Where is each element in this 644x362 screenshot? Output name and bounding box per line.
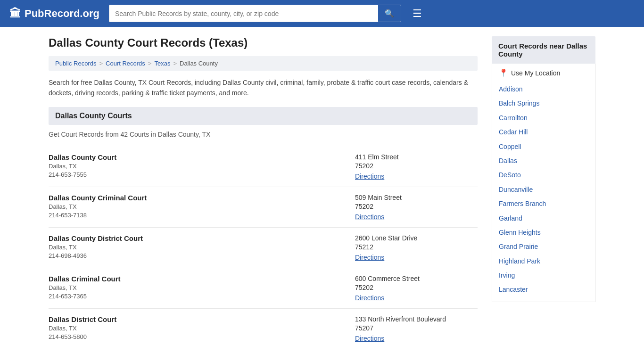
table-row: Dallas Criminal Court Dallas, TX 214-653… [49,268,478,309]
court-address-col-2: 2600 Lone Star Drive 75212 Directions [355,234,478,261]
court-street-0: 411 Elm Street [355,153,478,161]
court-phone-1: 214-653-7138 [49,212,355,219]
court-info-2: Dallas County District Court Dallas, TX … [49,234,355,261]
court-phone-0: 214-653-7555 [49,171,355,178]
sidebar-link-balch-springs[interactable]: Balch Springs [499,96,588,110]
court-city-3: Dallas, TX [49,284,355,291]
court-phone-2: 214-698-4936 [49,252,355,259]
directions-link-3[interactable]: Directions [355,294,384,302]
court-address-col-3: 600 Commerce Street 75202 Directions [355,275,478,302]
breadcrumb-sep-1: > [99,60,103,67]
breadcrumb-sep-2: > [148,60,152,67]
directions-link-2[interactable]: Directions [355,254,384,261]
court-name-0: Dallas County Court [49,153,355,161]
search-input[interactable] [109,6,378,21]
sidebar-link-dallas[interactable]: Dallas [499,154,588,168]
sidebar-link-farmers-branch[interactable]: Farmers Branch [499,197,588,211]
logo-icon: 🏛 [9,7,21,20]
search-button[interactable]: 🔍 [378,5,401,22]
sidebar-link-grand-prairie[interactable]: Grand Prairie [499,239,588,254]
court-info-3: Dallas Criminal Court Dallas, TX 214-653… [49,275,355,302]
logo-text: PubRecord.org [25,8,99,20]
hamburger-button[interactable]: ☰ [413,8,422,20]
court-zip-0: 75202 [355,162,478,170]
court-zip-3: 75202 [355,284,478,291]
content-area: Dallas County Court Records (Texas) Publ… [49,36,478,349]
breadcrumb-link-court-records[interactable]: Court Records [106,60,145,67]
court-zip-1: 75202 [355,203,478,210]
court-city-2: Dallas, TX [49,244,355,251]
court-address-col-1: 509 Main Street 75202 Directions [355,194,478,221]
directions-link-0[interactable]: Directions [355,173,384,180]
court-street-2: 2600 Lone Star Drive [355,234,478,242]
breadcrumb-link-texas[interactable]: Texas [154,60,170,67]
court-address-col-4: 133 North Riverfront Boulevard 75207 Dir… [355,315,478,342]
breadcrumb: Public Records > Court Records > Texas >… [49,56,478,71]
location-pin-icon: 📍 [499,68,508,77]
main-container: Dallas County Court Records (Texas) Publ… [39,27,605,349]
sidebar-content: 📍 Use My Location AddisonBalch SpringsCa… [492,64,595,302]
use-location-label: Use My Location [511,69,560,77]
court-address-col-0: 411 Elm Street 75202 Directions [355,153,478,180]
sidebar-link-highland-park[interactable]: Highland Park [499,254,588,268]
court-zip-4: 75207 [355,324,478,332]
breadcrumb-link-public-records[interactable]: Public Records [55,60,96,67]
court-info-0: Dallas County Court Dallas, TX 214-653-7… [49,153,355,180]
sidebar: Court Records near Dallas County 📍 Use M… [492,36,595,349]
table-row: Dallas District Court Dallas, TX 214-653… [49,309,478,349]
court-name-4: Dallas District Court [49,315,355,323]
directions-link-4[interactable]: Directions [355,335,384,342]
court-phone-4: 214-653-5800 [49,333,355,340]
search-bar: 🔍 [109,5,401,22]
court-street-1: 509 Main Street [355,194,478,201]
hamburger-icon: ☰ [413,8,422,19]
site-header: 🏛 PubRecord.org 🔍 ☰ [0,0,644,27]
sidebar-links-container: AddisonBalch SpringsCarrolltonCedar Hill… [499,82,588,297]
courts-list: Dallas County Court Dallas, TX 214-653-7… [49,147,478,349]
directions-link-1[interactable]: Directions [355,213,384,221]
court-street-4: 133 North Riverfront Boulevard [355,315,478,323]
court-zip-2: 75212 [355,243,478,251]
page-title: Dallas County Court Records (Texas) [49,36,478,49]
use-my-location[interactable]: 📍 Use My Location [499,68,588,77]
sidebar-link-addison[interactable]: Addison [499,82,588,96]
page-description: Search for free Dallas County, TX Court … [49,77,478,99]
table-row: Dallas County Criminal Court Dallas, TX … [49,187,478,228]
court-name-1: Dallas County Criminal Court [49,194,355,202]
table-row: Dallas County Court Dallas, TX 214-653-7… [49,147,478,187]
sidebar-link-desoto[interactable]: DeSoto [499,168,588,182]
breadcrumb-current: Dallas County [180,60,218,67]
court-city-4: Dallas, TX [49,325,355,332]
section-subtext: Get Court Records from 42 Courts in Dall… [49,131,478,138]
court-name-2: Dallas County District Court [49,234,355,242]
search-icon: 🔍 [385,9,394,17]
sidebar-link-duncanville[interactable]: Duncanville [499,182,588,197]
sidebar-link-garland[interactable]: Garland [499,211,588,225]
breadcrumb-sep-3: > [173,60,177,67]
court-city-0: Dallas, TX [49,163,355,170]
sidebar-link-cedar-hill[interactable]: Cedar Hill [499,125,588,139]
sidebar-link-lancaster[interactable]: Lancaster [499,282,588,296]
sidebar-link-glenn-heights[interactable]: Glenn Heights [499,225,588,239]
court-info-1: Dallas County Criminal Court Dallas, TX … [49,194,355,221]
court-info-4: Dallas District Court Dallas, TX 214-653… [49,315,355,342]
sidebar-link-coppell[interactable]: Coppell [499,140,588,154]
court-street-3: 600 Commerce Street [355,275,478,282]
court-name-3: Dallas Criminal Court [49,275,355,283]
court-city-1: Dallas, TX [49,203,355,210]
table-row: Dallas County District Court Dallas, TX … [49,228,478,268]
sidebar-link-irving[interactable]: Irving [499,268,588,282]
sidebar-heading: Court Records near Dallas County [492,36,595,64]
sidebar-link-carrollton[interactable]: Carrollton [499,111,588,125]
court-phone-3: 214-653-7365 [49,293,355,300]
site-logo[interactable]: 🏛 PubRecord.org [9,7,99,20]
section-heading: Dallas County Courts [49,107,478,125]
